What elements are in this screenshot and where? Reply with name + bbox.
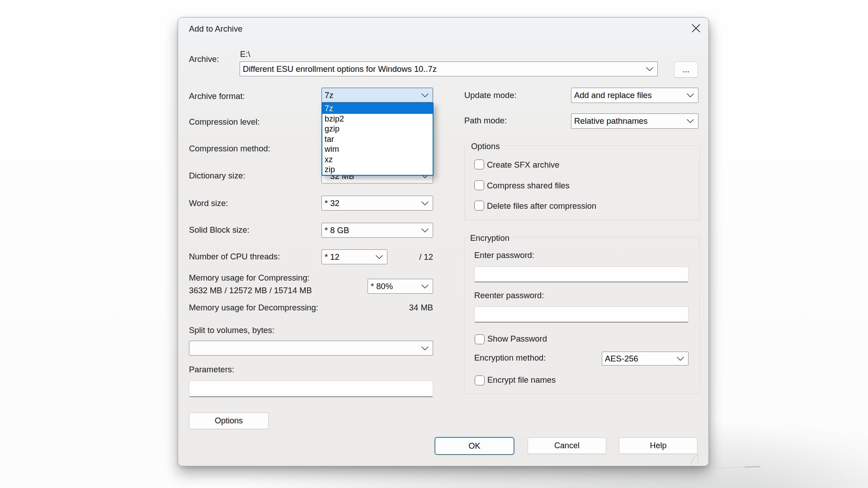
- delete-files-checkbox[interactable]: [474, 201, 484, 211]
- browse-button[interactable]: ...: [674, 61, 698, 78]
- parameters-input[interactable]: [189, 380, 433, 397]
- dictionary-size-label: Dictionary size:: [189, 171, 245, 180]
- memory-compressing-value: * 80%: [371, 282, 393, 291]
- chevron-down-icon: [421, 346, 429, 350]
- help-label: Help: [650, 441, 666, 450]
- update-mode-combobox[interactable]: Add and replace files: [571, 88, 698, 103]
- archive-format-label: Archive format:: [189, 91, 245, 101]
- compression-method-label: Compression method:: [189, 144, 270, 153]
- add-to-archive-dialog: Add to Archive Archive: E:\ Different ES…: [178, 17, 709, 466]
- encryption-method-value: AES-256: [605, 354, 638, 364]
- memory-compressing-detail: 3632 MB / 12572 MB / 15714 MB: [189, 286, 312, 295]
- memory-compressing-combobox[interactable]: * 80%: [368, 279, 433, 294]
- enter-password-label: Enter password:: [474, 250, 534, 260]
- compress-shared-checkbox[interactable]: [474, 180, 484, 190]
- archive-format-dropdown: 7z bzip2 gzip tar wim xz zip: [321, 103, 434, 176]
- dropdown-item-bzip2[interactable]: bzip2: [322, 114, 433, 124]
- dropdown-item-7z[interactable]: 7z: [322, 103, 433, 114]
- options-button[interactable]: Options: [189, 413, 269, 429]
- ok-label: OK: [468, 441, 480, 451]
- cancel-button[interactable]: Cancel: [528, 437, 606, 454]
- dropdown-item-tar[interactable]: tar: [322, 134, 433, 145]
- update-mode-value: Add and replace files: [574, 90, 652, 100]
- delete-files-label[interactable]: Delete files after compression: [487, 201, 596, 211]
- chevron-down-icon: [646, 67, 653, 71]
- chevron-down-icon: [421, 93, 429, 97]
- cpu-threads-value: * 12: [325, 252, 340, 262]
- background-artifact: [669, 443, 805, 488]
- word-size-value: * 32: [325, 198, 340, 208]
- memory-compressing-label: Memory usage for Compressing:: [189, 273, 310, 282]
- dropdown-item-zip[interactable]: zip: [322, 164, 433, 175]
- dialog-title: Add to Archive: [189, 24, 243, 33]
- split-volumes-combobox[interactable]: [189, 341, 433, 356]
- dropdown-item-gzip[interactable]: gzip: [322, 124, 433, 134]
- chevron-down-icon: [421, 284, 429, 288]
- update-mode-label: Update mode:: [464, 90, 517, 100]
- encrypt-names-label[interactable]: Encrypt file names: [487, 375, 556, 385]
- split-volumes-label: Split to volumes, bytes:: [189, 325, 274, 335]
- chevron-down-icon: [687, 119, 694, 123]
- compress-shared-label[interactable]: Compress shared files: [487, 181, 570, 190]
- dropdown-item-xz[interactable]: xz: [322, 155, 433, 165]
- close-button[interactable]: [688, 20, 703, 36]
- chevron-down-icon: [421, 201, 429, 205]
- ok-button[interactable]: OK: [434, 437, 514, 455]
- reenter-password-label: Reenter password:: [474, 291, 544, 300]
- encryption-group-title: Encryption: [468, 233, 512, 243]
- reenter-password-input[interactable]: [474, 306, 689, 323]
- archive-name-combobox[interactable]: Different ESU enrollment options for Win…: [240, 61, 658, 76]
- chevron-down-icon: [376, 255, 383, 259]
- memory-decompressing-label: Memory usage for Decompressing:: [189, 303, 318, 312]
- cpu-threads-combobox[interactable]: * 12: [321, 249, 387, 264]
- encrypt-names-checkbox[interactable]: [475, 375, 485, 385]
- cpu-threads-label: Number of CPU threads:: [189, 252, 280, 261]
- show-password-label[interactable]: Show Password: [487, 334, 547, 343]
- show-password-checkbox[interactable]: [475, 334, 485, 344]
- cpu-threads-max: / 12: [388, 252, 433, 262]
- options-group-title: Options: [469, 141, 502, 151]
- word-size-combobox[interactable]: * 32: [321, 196, 433, 211]
- options-button-label: Options: [215, 416, 243, 426]
- solid-block-size-label: Solid Block size:: [189, 225, 250, 235]
- archive-format-value: 7z: [325, 90, 333, 100]
- archive-format-combobox[interactable]: 7z: [321, 88, 433, 103]
- archive-label: Archive:: [189, 54, 219, 64]
- cancel-label: Cancel: [554, 441, 580, 450]
- encryption-method-label: Encryption method:: [474, 353, 546, 362]
- memory-decompressing-value: 34 MB: [365, 303, 433, 313]
- path-mode-value: Relative pathnames: [574, 116, 648, 126]
- chevron-down-icon: [687, 94, 694, 98]
- create-sfx-checkbox[interactable]: [474, 160, 484, 169]
- dropdown-item-wim[interactable]: wim: [322, 144, 433, 155]
- solid-block-size-combobox[interactable]: * 8 GB: [321, 223, 433, 238]
- enter-password-input[interactable]: [474, 267, 689, 282]
- solid-block-size-value: * 8 GB: [325, 225, 349, 235]
- path-mode-combobox[interactable]: Relative pathnames: [571, 113, 698, 129]
- parameters-label: Parameters:: [189, 365, 234, 374]
- encryption-method-combobox[interactable]: AES-256: [602, 352, 689, 366]
- chevron-down-icon: [421, 228, 429, 232]
- compression-level-label: Compression level:: [189, 117, 259, 127]
- path-mode-label: Path mode:: [464, 116, 507, 125]
- archive-drive: E:\: [240, 49, 250, 59]
- browse-label: ...: [683, 65, 689, 75]
- create-sfx-label[interactable]: Create SFX archive: [487, 160, 559, 169]
- close-icon: [692, 24, 700, 33]
- chevron-down-icon: [677, 357, 684, 361]
- archive-name-value: Different ESU enrollment options for Win…: [243, 64, 437, 74]
- word-size-label: Word size:: [189, 198, 228, 208]
